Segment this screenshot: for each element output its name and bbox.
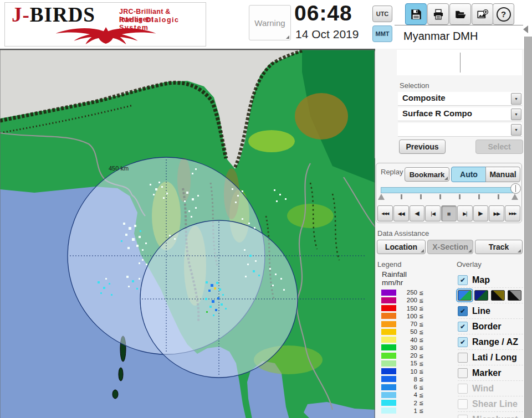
less-equal-icon: ≦: [419, 344, 423, 350]
less-equal-icon: ≦: [419, 376, 423, 382]
playback-play-reverse-button[interactable]: ◀: [410, 205, 425, 221]
dropdown-value: Composite: [402, 93, 446, 102]
map-style-swatch-1[interactable]: [458, 290, 472, 301]
overlay-item-lati-long[interactable]: Lati / Long: [458, 349, 523, 365]
slider-start-marker-icon: [378, 194, 385, 200]
checkbox[interactable]: ✔: [458, 306, 468, 316]
legend-threshold-value: 2: [396, 400, 417, 406]
checkbox[interactable]: [458, 353, 468, 363]
chevron-down-icon[interactable]: ▼: [511, 124, 521, 136]
legend-threshold-value: 30: [396, 344, 417, 351]
replay-group: Replay Bookmark Auto Manual ◀◀◀◀◀◀|◀■▶|▶…: [376, 163, 522, 223]
right-edge-strip[interactable]: [524, 37, 532, 418]
playback-play-button[interactable]: ▶: [473, 205, 489, 221]
overlay-item-border[interactable]: ✔Border: [458, 318, 523, 334]
checkbox[interactable]: ✔: [458, 322, 468, 332]
warning-button[interactable]: Warning: [249, 5, 291, 40]
open-folder-button[interactable]: [449, 3, 471, 25]
playback-fast-rewind-2-button[interactable]: ◀◀: [393, 205, 409, 221]
legend-threshold-value: 50: [396, 328, 417, 335]
x-section-button-label: X-Section: [432, 242, 468, 251]
bookmark-button[interactable]: Bookmark: [405, 167, 449, 182]
playback-fast-rewind-3-button[interactable]: ◀◀◀: [377, 205, 393, 221]
checkbox: [458, 384, 468, 394]
less-equal-icon: ≦: [419, 400, 423, 406]
less-equal-icon: ≦: [419, 353, 423, 359]
overlay-item-line[interactable]: ✔Line: [458, 303, 523, 318]
less-equal-icon: ≦: [419, 407, 423, 414]
print-icon: [433, 9, 444, 20]
time-slider-handle[interactable]: [510, 183, 521, 194]
overlay-item-range-az[interactable]: ✔Range / AZ: [458, 334, 523, 349]
slider-tick: [439, 194, 441, 199]
dropdown-product-option[interactable]: ▼: [398, 123, 522, 137]
less-equal-icon: ≦: [419, 360, 423, 367]
chevron-down-icon[interactable]: ▼: [511, 109, 521, 120]
overlay-item-label: Range / AZ: [472, 337, 518, 347]
data-assistance-section-label: Data Assistance: [377, 229, 429, 238]
checkbox[interactable]: ✔: [458, 337, 468, 347]
legend-threshold-value: 200: [396, 297, 417, 303]
panel-collapse-arrow-icon[interactable]: [523, 25, 528, 33]
legend-color-swatch: [381, 297, 396, 303]
radar-map-area[interactable]: 450 km: [0, 49, 375, 418]
station-name-field[interactable]: Myanmar DMH: [395, 25, 523, 47]
add-image-icon: [477, 9, 488, 20]
legend-row: 2≦: [381, 399, 432, 407]
legend-row: 70≦: [381, 320, 432, 328]
legend-row: 1≦: [381, 407, 432, 415]
x-section-button[interactable]: X-Section: [427, 240, 473, 254]
legend-row: 40≦: [381, 336, 432, 344]
location-button[interactable]: Location: [377, 240, 426, 254]
overlay-item-map[interactable]: ✔Map: [458, 272, 523, 287]
add-image-button[interactable]: [472, 3, 493, 25]
legend-color-swatch: [381, 400, 396, 406]
legend-color-swatch: [381, 313, 396, 319]
print-button[interactable]: [427, 3, 449, 25]
overlay-section-label: Overlay: [457, 260, 482, 269]
playback-stop-button[interactable]: ■: [441, 205, 457, 221]
playback-step-forward-button[interactable]: ▶|: [457, 205, 473, 221]
track-button[interactable]: Track: [475, 240, 523, 254]
map-style-swatch-4[interactable]: [508, 290, 521, 301]
playback-step-back-button[interactable]: |◀: [425, 205, 441, 221]
checkbox: [458, 399, 468, 409]
playback-fast-forward-3-button[interactable]: ▶▶▶: [505, 205, 520, 221]
save-button[interactable]: [405, 3, 427, 25]
dropdown-product-category[interactable]: Composite ▼: [398, 92, 522, 106]
overlay-item-marker[interactable]: Marker: [458, 365, 523, 380]
checkbox[interactable]: [458, 368, 468, 378]
slider-end-marker-icon: [511, 194, 518, 200]
help-icon: ?: [497, 7, 511, 22]
manual-mode-button[interactable]: Manual: [485, 167, 520, 182]
legend-threshold-value: 4: [396, 391, 417, 398]
checkbox: [458, 415, 468, 418]
less-equal-icon: ≦: [419, 313, 423, 319]
legend-row: 250≦: [381, 288, 432, 296]
auto-mode-button[interactable]: Auto: [451, 167, 487, 182]
timezone-utc-button[interactable]: UTC: [372, 6, 392, 22]
map-style-swatch-2[interactable]: [474, 290, 488, 301]
previous-button[interactable]: Previous: [399, 140, 446, 154]
checkbox[interactable]: ✔: [458, 275, 468, 285]
legend-row: 30≦: [381, 344, 432, 352]
slider-tick: [459, 194, 461, 199]
corner-fold-icon: [518, 249, 521, 252]
select-button[interactable]: Select: [475, 140, 523, 154]
track-button-label: Track: [489, 242, 509, 251]
weather-map-canvas[interactable]: 450 km: [0, 50, 375, 418]
map-style-swatch-3[interactable]: [491, 290, 505, 301]
help-button[interactable]: ?: [493, 3, 514, 25]
terrain-patch: [295, 93, 348, 140]
dropdown-product-type[interactable]: Surface R Compo ▼: [398, 107, 522, 121]
legend-row: 150≦: [381, 305, 432, 312]
corner-fold-icon: [468, 249, 472, 252]
time-slider-track[interactable]: [381, 187, 518, 193]
corner-fold-icon: [444, 177, 448, 180]
playback-fast-forward-2-button[interactable]: ▶▶: [489, 205, 504, 221]
chevron-down-icon[interactable]: ▼: [511, 93, 521, 105]
legend-row: 200≦: [381, 296, 432, 304]
terrain-patch: [248, 130, 295, 152]
timezone-mmt-button[interactable]: MMT: [372, 25, 392, 42]
legend-threshold-value: 15: [396, 360, 417, 367]
